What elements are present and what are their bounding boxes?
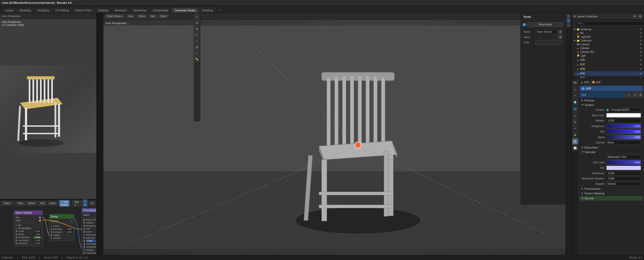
normal-value[interactable]: Bump: [606, 140, 641, 145]
select-tool-btn[interactable]: ↖: [194, 14, 200, 20]
rendering-visibility-icon[interactable]: 👁: [639, 28, 642, 31]
cursor-tool-btn[interactable]: ⊕: [194, 20, 200, 26]
bsdf-ior-socket[interactable]: [84, 228, 85, 230]
tab-geometry-nodes[interactable]: Geometry Nodes: [172, 8, 198, 13]
prop-tab-view[interactable]: 👁: [572, 93, 578, 99]
detail-socket-in[interactable]: [16, 234, 17, 235]
tab-uv-editing[interactable]: UV Editing: [53, 8, 72, 13]
bsdf-alpha-socket[interactable]: [84, 231, 85, 233]
nodes-canvas[interactable]: Noise Texture Fac Color: [0, 207, 96, 255]
node-use-nodes-btn[interactable]: ✓ Use Nodes: [59, 200, 70, 207]
preview-section-header[interactable]: Preview: [580, 98, 643, 103]
node-overlay-btn[interactable]: ⚙: [89, 201, 95, 205]
tab-rendering[interactable]: Rendering: [130, 8, 149, 13]
reset-node-btn[interactable]: Reset Node: [527, 22, 563, 27]
beihou-visibility-icon[interactable]: 👁: [639, 77, 642, 79]
noise-detail-value[interactable]: 2.000: [34, 233, 41, 236]
principled-bsdf-node[interactable]: Principled BSDF BSDF Base Color: [82, 208, 96, 255]
ior-level-bar[interactable]: 0.595: [606, 160, 641, 165]
yikao-visibility-icon[interactable]: 👁: [639, 72, 642, 75]
anisotropic-value[interactable]: 0.000: [606, 171, 641, 175]
roughness-socket-in[interactable]: [16, 237, 17, 238]
material-shader-field[interactable]: 油漆: [580, 92, 626, 97]
tint-color-picker[interactable]: [606, 166, 641, 170]
outliner-item-collection[interactable]: 📁 Collection 👁: [572, 39, 644, 43]
yitui-visibility-icon[interactable]: 👁: [639, 68, 642, 70]
prop-tab-output[interactable]: 🖨: [572, 86, 578, 92]
shader-name[interactable]: Principled BSDF: [610, 108, 641, 112]
outliner-item-yibei[interactable]: ▲ 椅背 👁: [575, 62, 644, 67]
outliner-item-light001[interactable]: 💡 Light.001 👁: [575, 35, 644, 39]
yibei-visibility-icon[interactable]: 👁: [639, 63, 642, 66]
node-slot-selector[interactable]: Slot 1: [73, 200, 80, 207]
tab-sculpting[interactable]: Sculpting: [35, 8, 52, 13]
bump-normalin-socket[interactable]: [51, 237, 52, 239]
bsdf-basecolor-socket[interactable]: [84, 219, 85, 220]
roughness-bar[interactable]: 0.214: [606, 124, 641, 128]
outliner-item-bg[interactable]: ▲ BG 👁: [575, 31, 644, 35]
left-viewport[interactable]: User Perspective User Perspective (1) Co…: [0, 13, 96, 200]
specular-shader-selector[interactable]: Multiscatter GGX: [606, 155, 641, 159]
prop-tab-render[interactable]: 📷: [572, 80, 578, 86]
center-viewport-bg[interactable]: User Perspective (1) Collection | 椅靠: [103, 20, 571, 255]
material-delete-btn[interactable]: ✕: [632, 92, 637, 97]
bsdf-aniso-rot-socket[interactable]: [84, 246, 85, 248]
bump-node[interactable]: Bump Normal Invert Stren: [49, 214, 74, 241]
noise-scale-value[interactable]: 5.000: [34, 230, 41, 233]
tab-texture-paint[interactable]: Texture Paint: [72, 8, 94, 13]
measure-tool-btn[interactable]: 📏: [194, 56, 200, 62]
texture-mapping-section-header[interactable]: Texture Mapping: [580, 191, 643, 196]
center-object-btn[interactable]: Object: [158, 14, 169, 18]
noise-lacunarity-value[interactable]: 2.000: [34, 239, 41, 242]
fac-socket-out[interactable]: [39, 216, 41, 218]
center-select-btn[interactable]: Select: [137, 14, 147, 18]
cylinder001-visibility-icon[interactable]: 👁: [639, 51, 642, 53]
center-view-btn[interactable]: View: [126, 14, 135, 18]
collection-visibility-icon[interactable]: 👁: [639, 39, 642, 42]
outliner-item-yitui[interactable]: ▲ 椅腿 👁: [575, 67, 644, 71]
outliner-filter-btn[interactable]: ▾: [632, 14, 636, 18]
outliner-item-cylinder001[interactable]: ▲ Cylinder.001 👁: [575, 50, 644, 54]
outliner-item-camera[interactable]: 📷 Camera 👁: [575, 43, 644, 46]
prop-tab-physics[interactable]: ⚡: [572, 132, 578, 138]
bsdf-transmission-socket[interactable]: [84, 252, 85, 254]
tab-modeling[interactable]: Modeling: [17, 8, 34, 13]
material-name-bar[interactable]: 油漆: [580, 86, 643, 91]
bsdf-subsurface-socket[interactable]: [84, 234, 85, 236]
outliner-item-rendering[interactable]: 📁 rendering 👁: [572, 27, 644, 31]
node-view-btn[interactable]: View: [16, 201, 25, 205]
bump-strength-value[interactable]: 1.000: [65, 228, 72, 230]
tab-animation[interactable]: Animation: [112, 8, 130, 13]
base-color-picker[interactable]: [606, 113, 641, 118]
center-add-btn[interactable]: Add: [149, 14, 157, 18]
outliner-search-input[interactable]: [575, 21, 644, 26]
node-name-field[interactable]: Noise Texture: [536, 30, 556, 34]
rotate-tool-btn[interactable]: ↻: [194, 32, 200, 38]
prop-tab-material[interactable]: 🎨: [572, 138, 578, 144]
surface-section-header[interactable]: Surface: [580, 103, 643, 107]
bsdf-multiscatter-socket[interactable]: [84, 240, 85, 242]
scale-socket-in[interactable]: [16, 231, 17, 232]
noise-roughness-value[interactable]: 0.500: [34, 236, 41, 239]
node-select-btn[interactable]: Select: [26, 201, 37, 205]
outliner-item-zuban[interactable]: ▲ 坐板 👁: [575, 58, 644, 62]
bsdf-tangent-socket[interactable]: [84, 249, 85, 251]
strip-view-btn[interactable]: V: [567, 23, 571, 27]
outliner-item-beihou[interactable]: ▲ 背后 👁: [575, 76, 644, 79]
outliner-item-cylinder[interactable]: ▲ Cylinder 👁: [575, 46, 644, 50]
outliner-options-btn[interactable]: ⚙: [638, 14, 642, 18]
lacunarity-socket-in[interactable]: [16, 240, 17, 241]
bump-distance-socket[interactable]: [51, 231, 52, 233]
scale-tool-btn[interactable]: ⤡: [194, 38, 200, 44]
normal-section-header[interactable]: Normal: [580, 196, 643, 201]
noise-distortion-value[interactable]: 0.000: [34, 242, 41, 245]
metallic-value[interactable]: 0.000: [606, 119, 641, 123]
bump-strength-socket[interactable]: [51, 228, 52, 230]
ior-bar[interactable]: 1.450: [606, 129, 641, 134]
strip-item-btn[interactable]: I: [567, 19, 571, 23]
prop-tab-particles[interactable]: ✦: [572, 125, 578, 131]
transform-tool-btn[interactable]: ⊞: [194, 44, 200, 50]
bump-normal-socket-out[interactable]: [71, 220, 72, 222]
cylinder-visibility-icon[interactable]: 👁: [639, 47, 642, 50]
subsurface-section-header[interactable]: Subsurface: [580, 145, 643, 150]
